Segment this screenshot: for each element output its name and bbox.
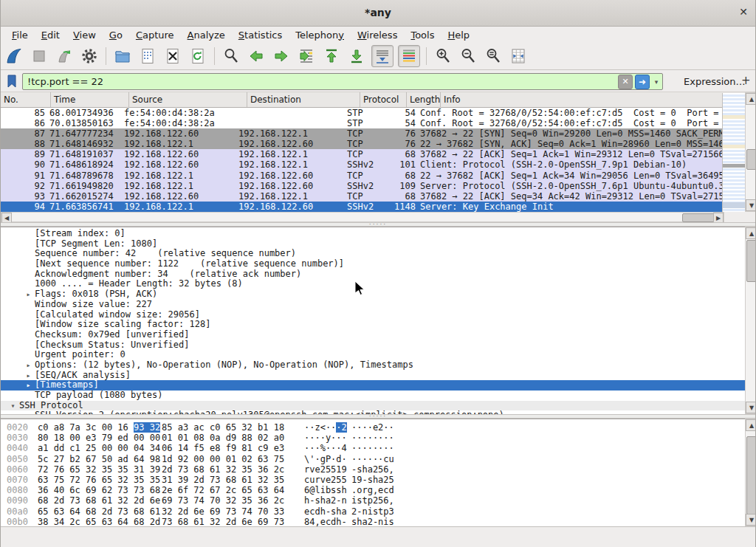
go-back-button[interactable]: [246, 46, 267, 66]
expander-collapsed-icon[interactable]: ▸: [22, 289, 35, 300]
expander-expanded-icon[interactable]: ▾: [7, 401, 19, 411]
packet-row-91[interactable]: 9171.648789678192.168.122.1192.168.122.6…: [1, 171, 722, 181]
zoom-in-button[interactable]: [433, 46, 453, 66]
column-header-info[interactable]: Info: [441, 92, 748, 107]
column-header-length[interactable]: Length: [407, 92, 441, 107]
menu-analyze[interactable]: Analyze: [181, 28, 232, 42]
hex-vscrollbar[interactable]: ▲ ▼: [745, 419, 756, 526]
zoom-100-button[interactable]: [483, 46, 504, 66]
detail-line[interactable]: ▸Flags: 0x018 (PSH, ACK): [1, 289, 745, 300]
go-to-packet-button[interactable]: [296, 46, 317, 66]
detail-line[interactable]: [Calculated window size: 29056]: [1, 310, 745, 320]
details-vscrollbar[interactable]: ▲ ▼: [745, 227, 756, 414]
scroll-up-icon[interactable]: ▲: [746, 419, 756, 431]
packet-list-minimap[interactable]: [722, 93, 745, 212]
hex-row-00b0[interactable]: 00b038 34 2c 65 63 64 68 2d73 68 61 32 2…: [1, 517, 745, 526]
filter-add-button[interactable]: +: [741, 74, 751, 87]
expander-collapsed-icon[interactable]: ▸: [22, 380, 35, 391]
detail-line[interactable]: Sequence number: 42 (relative sequence n…: [1, 249, 745, 259]
packet-row-92[interactable]: 9271.661949820192.168.122.1192.168.122.6…: [1, 181, 722, 191]
open-file-button[interactable]: [112, 46, 133, 66]
packet-row-85[interactable]: 8568.001734936fe:54:00:d4:38:2aSTP54Conf…: [1, 108, 722, 118]
find-packet-button[interactable]: [221, 46, 241, 66]
column-header-destination[interactable]: Destination: [247, 92, 360, 107]
scrollbar-handle[interactable]: [746, 240, 756, 282]
menu-edit[interactable]: Edit: [35, 28, 66, 42]
menu-tools[interactable]: Tools: [404, 28, 441, 42]
resize-columns-button[interactable]: [508, 46, 529, 66]
hex-row-0050[interactable]: 00505c 27 b2 67 50 ad 64 981d 92 00 00 0…: [1, 454, 745, 464]
display-filter-input[interactable]: !tcp.port == 22 ✕ ➜ ▾: [22, 73, 663, 90]
close-file-button[interactable]: [162, 46, 183, 66]
scroll-down-icon[interactable]: ▼: [746, 199, 756, 211]
detail-line[interactable]: [Stream index: 0]: [1, 229, 745, 239]
scrollbar-handle[interactable]: [682, 213, 715, 222]
detail-line[interactable]: Checksum: 0x79ed [unverified]: [1, 330, 745, 340]
scrollbar-handle[interactable]: [746, 149, 756, 170]
hex-row-0070[interactable]: 007063 75 72 76 65 32 35 3531 39 2d 73 6…: [1, 475, 745, 485]
detail-line[interactable]: Window size value: 227: [1, 300, 745, 310]
menu-wireless[interactable]: Wireless: [351, 28, 404, 42]
detail-line[interactable]: ▸[SEQ/ACK analysis]: [1, 371, 745, 381]
filter-apply-button[interactable]: ➜: [635, 75, 650, 89]
packet-row-93[interactable]: 9371.662015274192.168.122.60192.168.122.…: [1, 191, 722, 202]
save-file-button[interactable]: [137, 46, 158, 66]
menu-go[interactable]: Go: [103, 28, 129, 42]
detail-line[interactable]: 1000 .... = Header Length: 32 bytes (8): [1, 279, 745, 289]
scroll-left-icon[interactable]: ◀: [1, 213, 12, 223]
restart-capture-button[interactable]: [54, 46, 75, 66]
hex-row-00a0[interactable]: 00a065 63 64 68 2d 73 68 6132 2d 6e 69 7…: [1, 506, 745, 517]
packet-row-86[interactable]: 8670.013850163fe:54:00:d4:38:2aSTP54Conf…: [1, 118, 722, 128]
reload-file-button[interactable]: [188, 46, 208, 66]
scroll-up-icon[interactable]: ▲: [746, 93, 756, 105]
column-header-protocol[interactable]: Protocol: [360, 92, 407, 107]
stop-capture-button[interactable]: [29, 46, 49, 66]
hex-row-0090[interactable]: 009068 2d 73 68 61 32 2d 6e69 73 74 70 3…: [1, 495, 745, 506]
go-bottom-button[interactable]: [346, 46, 367, 66]
hex-row-0040[interactable]: 0040a1 dd c1 25 00 00 04 3406 14 f5 e8 f…: [1, 443, 745, 453]
column-header-source[interactable]: Source: [129, 92, 247, 107]
detail-line[interactable]: ▸Options: (12 bytes), No-Operation (NOP)…: [1, 360, 745, 371]
packet-row-88[interactable]: 8871.648146932192.168.122.1192.168.122.6…: [1, 139, 722, 149]
go-forward-button[interactable]: [271, 46, 292, 66]
detail-line[interactable]: [Next sequence number: 1122 (relative se…: [1, 259, 745, 269]
detail-line[interactable]: ▸[Timestamps]: [1, 380, 745, 391]
menu-file[interactable]: File: [5, 28, 35, 42]
packet-row-89[interactable]: 8971.648191037192.168.122.60192.168.122.…: [1, 149, 722, 159]
scroll-up-icon[interactable]: ▲: [746, 227, 756, 239]
detail-line[interactable]: Urgent pointer: 0: [1, 350, 745, 360]
column-header-no[interactable]: No.: [1, 92, 51, 107]
menu-help[interactable]: Help: [441, 28, 476, 42]
filter-history-dropdown[interactable]: ▾: [652, 78, 661, 86]
scrollbar-handle[interactable]: [746, 436, 756, 515]
close-window-button[interactable]: ✕: [739, 6, 748, 18]
scroll-down-icon[interactable]: ▼: [746, 514, 756, 526]
menu-capture[interactable]: Capture: [129, 28, 181, 42]
auto-scroll-button[interactable]: [371, 45, 394, 67]
packet-list-vscrollbar[interactable]: ▲ ▼: [745, 92, 756, 212]
scroll-right-icon[interactable]: ▶: [713, 213, 724, 223]
zoom-out-button[interactable]: [458, 46, 478, 66]
column-header-time[interactable]: Time: [51, 92, 129, 107]
filter-clear-button[interactable]: ✕: [618, 75, 633, 89]
detail-line[interactable]: Acknowledgment number: 34 (relative ack …: [1, 269, 745, 280]
packet-row-94[interactable]: 9471.663856741192.168.122.1192.168.122.6…: [1, 202, 722, 212]
menu-statistics[interactable]: Statistics: [232, 28, 289, 42]
scroll-down-icon[interactable]: ▼: [746, 402, 756, 413]
go-top-button[interactable]: [321, 46, 342, 66]
detail-line[interactable]: TCP payload (1080 bytes): [1, 391, 745, 401]
packet-list-hscrollbar[interactable]: ◀ ▶: [1, 212, 724, 222]
expander-collapsed-icon[interactable]: ▸: [22, 371, 35, 381]
packet-row-90[interactable]: 9071.648618924192.168.122.60192.168.122.…: [1, 159, 722, 170]
packet-row-87[interactable]: 8771.647777234192.168.122.60192.168.122.…: [1, 128, 722, 139]
start-capture-button[interactable]: [4, 46, 24, 66]
capture-options-button[interactable]: [79, 46, 100, 66]
hex-row-0060[interactable]: 006072 76 65 32 35 35 31 392d 73 68 61 3…: [1, 464, 745, 475]
detail-line[interactable]: ▾SSH Protocol: [1, 401, 745, 411]
expression-button[interactable]: Expression…: [684, 76, 746, 87]
menu-view[interactable]: View: [66, 28, 103, 42]
hex-row-0030[interactable]: 003080 18 00 e3 79 ed 00 0001 01 08 0a d…: [1, 433, 745, 443]
expander-collapsed-icon[interactable]: ▸: [22, 360, 35, 371]
menu-telephony[interactable]: Telephony: [289, 28, 351, 42]
hex-row-0020[interactable]: 0020c0 a8 7a 3c 00 16 93 3285 a3 ac c0 6…: [1, 422, 745, 433]
